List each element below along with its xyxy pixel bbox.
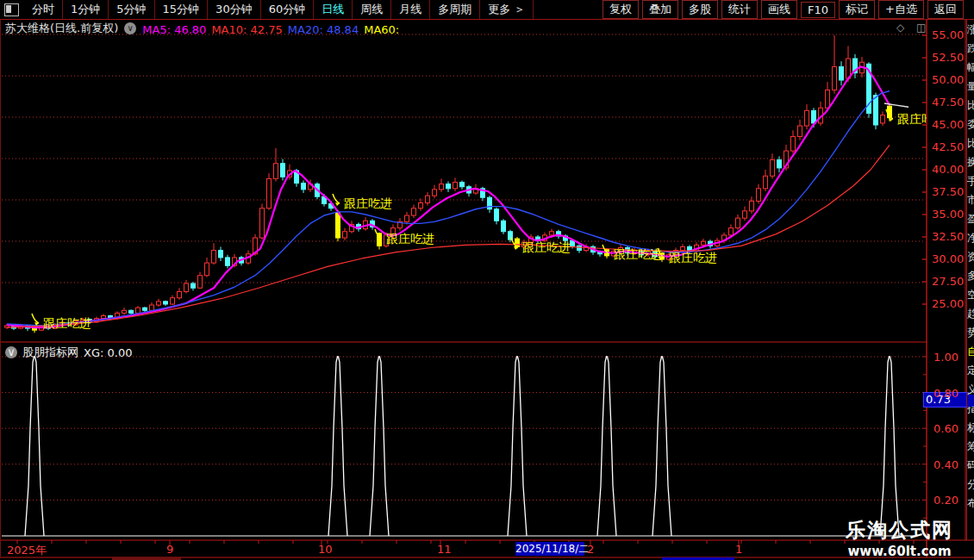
menu-item-1分钟[interactable]: 1分钟 (63, 0, 109, 19)
candle-body (212, 251, 216, 264)
chart-title-row: 苏大维格(日线.前复权) ∨ MA5: 46.80MA10: 42.75MA20… (5, 22, 404, 35)
candle-body (502, 221, 506, 231)
sidebar-tab-char[interactable]: 势 (967, 323, 974, 342)
candle-body (446, 184, 451, 189)
sidebar-tab-char[interactable]: 标 (967, 418, 974, 437)
candle-body (412, 208, 416, 215)
sub-axis-label: 0.20 (933, 494, 958, 507)
indicator-value: XG: 0.00 (84, 346, 132, 359)
sub-axis-label: 0.60 (933, 422, 958, 435)
menu-item-15分钟[interactable]: 15分钟 (155, 0, 209, 19)
candle-body (433, 190, 437, 196)
window-layout-icon[interactable] (4, 3, 19, 16)
sidebar-tab-char[interactable]: 分 (967, 475, 974, 494)
candle-body (736, 218, 740, 227)
menu-item-多周期[interactable]: 多周期 (430, 0, 480, 19)
menu-item-月线[interactable]: 月线 (391, 0, 430, 19)
tool-button-+自选[interactable]: +自选 (878, 0, 924, 19)
candle-body (302, 184, 306, 190)
ma-label: MA10: 42.75 (211, 23, 282, 36)
ma-line-ma-mid (7, 90, 890, 325)
candle-body (771, 160, 775, 177)
candle-body (219, 251, 223, 258)
tool-button-复权[interactable]: 复权 (603, 0, 639, 19)
xg-spike (880, 357, 899, 536)
candle-body (343, 232, 347, 238)
candle-body (826, 90, 830, 108)
sub-axis-label: 0.40 (933, 458, 958, 471)
date-year-label: 2025年 (7, 543, 47, 558)
sub-axis-label: 0.80 (933, 387, 958, 400)
tool-button-多股[interactable]: 多股 (682, 0, 718, 19)
menu-item-30分钟[interactable]: 30分钟 (208, 0, 261, 19)
menu-item-分时[interactable]: 分时 (24, 0, 63, 19)
candle-body (681, 246, 685, 250)
candle-body (274, 164, 278, 179)
menu-item-60分钟[interactable]: 60分钟 (261, 0, 315, 19)
tool-button-标记[interactable]: 标记 (839, 0, 875, 19)
candle-body (336, 213, 340, 238)
xg-spike (597, 357, 616, 536)
sidebar-tab-char[interactable]: 筹 (967, 437, 974, 456)
candle-body (426, 196, 430, 202)
price-label: 50.00 (932, 73, 971, 86)
ma-label: MA5: 46.80 (142, 23, 206, 36)
sidebar-tab-char[interactable]: 自 (967, 342, 974, 361)
candle-body (164, 302, 168, 304)
xg-spike (370, 357, 389, 536)
candle-body (260, 208, 265, 238)
price-label: 40.00 (932, 163, 971, 176)
candle-body (191, 283, 196, 288)
price-label: 45.00 (932, 118, 971, 131)
tool-button-F10[interactable]: F10 (801, 2, 835, 18)
price-label: 55.00 (932, 28, 971, 41)
candle-body (764, 176, 768, 189)
ma-label: MA20: 48.84 (288, 23, 359, 36)
candle-body (791, 137, 796, 152)
chevron-down-icon[interactable]: ∨ (124, 22, 136, 34)
chart-corner-icons[interactable]: ◇ ◫ (896, 22, 930, 34)
candle-body (226, 258, 230, 265)
menu-item-5分钟[interactable]: 5分钟 (109, 0, 154, 19)
candle-body (405, 215, 409, 221)
candle-body (757, 189, 761, 202)
chart-graphics (0, 0, 974, 560)
right-strip-highlight (967, 395, 974, 407)
menu-item-日线[interactable]: 日线 (314, 0, 353, 19)
candle-body (281, 164, 285, 177)
candle-body (184, 283, 189, 291)
candle-body (157, 302, 161, 305)
sidebar-tab-char[interactable]: 定 (967, 361, 974, 380)
tools-menu: 复权叠加多股统计画线F10标记+自选返回 (599, 0, 974, 19)
date-month-label: 10 (318, 543, 333, 556)
candle-body (805, 110, 809, 126)
xg-spike (508, 357, 527, 536)
period-menu: 分时1分钟5分钟15分钟30分钟60分钟日线周线月线多周期更多 ＞ (0, 0, 534, 19)
date-month-label: 1 (735, 543, 742, 556)
tool-button-叠加[interactable]: 叠加 (642, 0, 678, 19)
watermark: 乐淘公式网 www.60lt.com (846, 517, 953, 559)
chevron-down-icon[interactable]: ∨ (5, 346, 17, 358)
date-month-label: 2 (587, 543, 594, 556)
candle-body (453, 183, 458, 189)
candle-body (881, 115, 885, 123)
menu-item-周线[interactable]: 周线 (353, 0, 391, 19)
menu-item-更多 ＞[interactable]: 更多 ＞ (480, 0, 534, 19)
sidebar-tab-char[interactable]: 布 (967, 494, 974, 513)
watermark-title: 乐淘公式网 (846, 517, 953, 544)
candle-body (840, 66, 844, 80)
price-label: 35.00 (932, 208, 971, 221)
xg-spike (328, 357, 347, 536)
date-month-label: 11 (437, 543, 452, 556)
tool-button-画线[interactable]: 画线 (761, 0, 797, 19)
candle-body (777, 160, 782, 168)
tool-button-返回[interactable]: 返回 (927, 0, 964, 19)
signal-arrow-icon (32, 314, 39, 323)
price-label: 30.00 (932, 252, 971, 265)
tool-button-统计[interactable]: 统计 (721, 0, 758, 19)
sidebar-tab-char[interactable]: 码 (967, 456, 974, 475)
candle-body (129, 310, 134, 313)
top-menu-bar: 分时1分钟5分钟15分钟30分钟60分钟日线周线月线多周期更多 ＞ 复权叠加多股… (0, 0, 974, 20)
date-month-label: 9 (166, 543, 173, 556)
price-label: 42.50 (932, 140, 971, 153)
